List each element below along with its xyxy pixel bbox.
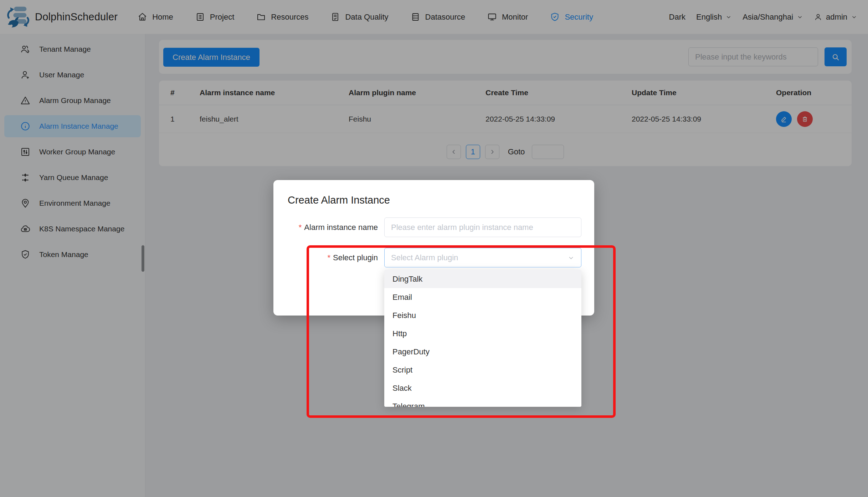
- dropdown-option-slack[interactable]: Slack: [384, 379, 581, 397]
- required-marker: *: [299, 223, 302, 232]
- alarm-plugin-dropdown-menu: DingTalk Email Feishu Http PagerDuty Scr…: [384, 270, 581, 407]
- dropdown-option-script[interactable]: Script: [384, 361, 581, 379]
- modal-title: Create Alarm Instance: [288, 194, 390, 206]
- alarm-instance-name-label: *Alarm instance name: [273, 217, 378, 237]
- dropdown-option-email[interactable]: Email: [384, 288, 581, 306]
- dropdown-option-http[interactable]: Http: [384, 324, 581, 343]
- required-marker: *: [327, 253, 330, 262]
- alarm-instance-name-input[interactable]: [384, 217, 581, 237]
- chevron-down-icon: [567, 254, 575, 261]
- select-plugin-label: *Select plugin: [273, 248, 378, 267]
- select-placeholder: Select Alarm plugin: [391, 253, 458, 262]
- dropdown-option-feishu[interactable]: Feishu: [384, 306, 581, 324]
- select-plugin-dropdown[interactable]: Select Alarm plugin: [384, 248, 581, 267]
- dropdown-option-dingtalk[interactable]: DingTalk: [384, 270, 581, 288]
- dropdown-option-telegram[interactable]: Telegram: [384, 397, 581, 407]
- dropdown-option-pagerduty[interactable]: PagerDuty: [384, 343, 581, 361]
